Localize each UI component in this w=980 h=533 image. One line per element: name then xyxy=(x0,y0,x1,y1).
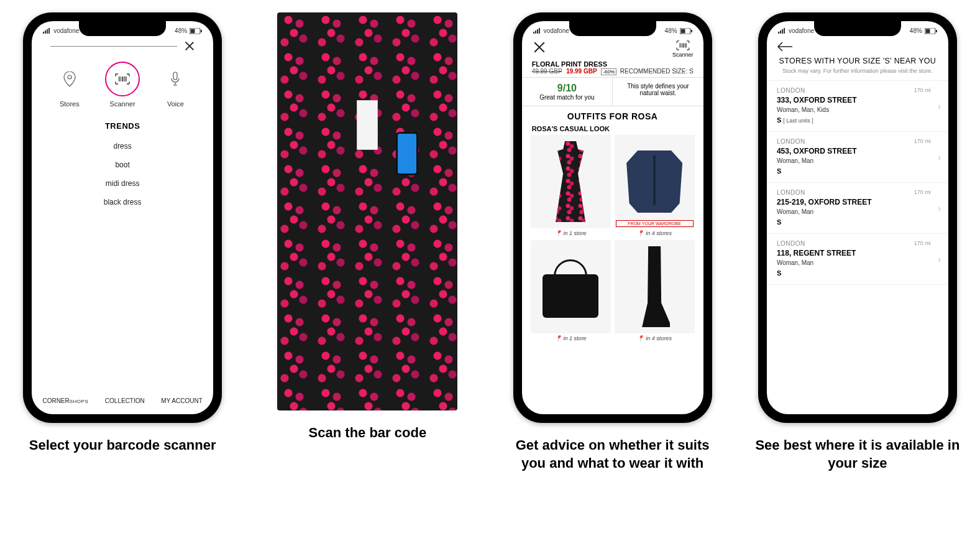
phone-in-hand xyxy=(396,132,418,175)
battery-label: 48% xyxy=(910,27,922,34)
pin-icon: 📍 xyxy=(637,230,644,236)
store-item[interactable]: 170 mi › LONDON 333, OXFORD STREET Woman… xyxy=(767,81,948,132)
fit-text: This style defines your natural waist. xyxy=(613,78,703,106)
battery-icon xyxy=(190,28,202,34)
col-3: vodafone UK 48% xyxy=(497,12,729,472)
battery-label: 48% xyxy=(665,27,677,34)
scanner-button[interactable]: Scanner xyxy=(105,62,140,108)
close-icon[interactable] xyxy=(532,40,546,54)
store-item[interactable]: 170 mi › LONDON 215-219, OXFORD STREET W… xyxy=(767,183,948,234)
phone-frame-1: vodafone UK 48% xyxy=(23,12,222,423)
bottom-nav: CORNERSHOPS COLLECTION MY ACCOUNT xyxy=(32,389,213,414)
col-1: vodafone UK 48% xyxy=(6,12,239,455)
phone-frame-4: vodafone UK 48% STORES WITH YOUR SIZE 'S… xyxy=(758,12,957,423)
outfit-card-jacket[interactable]: FROM YOUR WARDROBE 📍in 4 stores xyxy=(615,135,695,236)
pin-icon: 📍 xyxy=(555,335,562,341)
outfit-grid: 📍in 1 store FROM YOUR WARDROBE 📍in 4 sto… xyxy=(522,135,703,341)
svg-rect-25 xyxy=(778,32,779,34)
nav-corner-label: CORNER xyxy=(42,397,69,404)
svg-rect-21 xyxy=(681,43,682,47)
svg-rect-3 xyxy=(48,28,50,34)
store-count: in 4 stores xyxy=(646,230,672,236)
caption-2: Scan the bar code xyxy=(309,424,427,442)
svg-rect-31 xyxy=(936,30,937,32)
old-price: 49.99 GBP xyxy=(532,68,562,75)
svg-rect-0 xyxy=(43,32,44,34)
outfit-card-bag[interactable]: 📍in 1 store xyxy=(531,240,611,341)
voice-button[interactable]: Voice xyxy=(158,62,193,108)
store-size: S xyxy=(777,218,781,226)
store-distance: 170 mi xyxy=(914,189,931,195)
scanner-shortcut-label: Scanner xyxy=(672,52,694,58)
recommended-size: RECOMMENDED SIZE: S xyxy=(620,68,694,75)
svg-rect-14 xyxy=(535,30,536,34)
stores-button[interactable]: Stores xyxy=(52,62,87,108)
screen-1: vodafone UK 48% xyxy=(32,21,213,414)
store-item[interactable]: 170 mi › LONDON 118, REGENT STREET Woman… xyxy=(767,234,948,285)
dress-image xyxy=(552,141,589,222)
store-count: in 1 store xyxy=(564,230,587,236)
product-price: 49.99 GBP 19.99 GBP -60% xyxy=(532,68,616,75)
chevron-right-icon: › xyxy=(938,203,941,213)
look-title: ROSA'S CASUAL LOOK xyxy=(522,124,703,135)
store-distance: 170 mi xyxy=(914,240,931,246)
chevron-right-icon: › xyxy=(938,101,941,111)
col-2: Scan the bar code xyxy=(251,12,483,442)
nav-corner[interactable]: CORNERSHOPS xyxy=(42,397,88,404)
pin-icon: 📍 xyxy=(555,230,562,236)
back-arrow-icon xyxy=(777,42,793,52)
store-size: S xyxy=(777,167,781,175)
pin-icon xyxy=(63,72,76,86)
trend-item[interactable]: dress xyxy=(32,137,213,155)
trend-item[interactable]: boot xyxy=(32,155,213,174)
svg-rect-12 xyxy=(173,72,177,80)
back-button[interactable] xyxy=(767,37,948,53)
trend-item[interactable]: black dress xyxy=(32,193,213,211)
search-underline[interactable] xyxy=(50,46,177,47)
phone-notch xyxy=(569,20,656,36)
svg-rect-15 xyxy=(537,29,538,34)
screen-4: vodafone UK 48% STORES WITH YOUR SIZE 'S… xyxy=(767,21,948,414)
svg-rect-6 xyxy=(201,30,202,32)
caption-4: See best where it is available in your s… xyxy=(755,437,960,472)
caption-3: Get advice on whether it suits you and w… xyxy=(510,437,715,472)
svg-rect-16 xyxy=(539,28,540,34)
barcode-icon xyxy=(676,40,690,50)
scanner-shortcut[interactable]: Scanner xyxy=(672,40,694,58)
svg-rect-7 xyxy=(119,76,120,81)
battery-icon xyxy=(680,28,692,34)
match-row: 9/10 Great match for you This style defi… xyxy=(522,78,703,106)
signal-icon xyxy=(533,28,542,34)
nav-account[interactable]: MY ACCOUNT xyxy=(161,397,203,404)
store-categories: Woman, Man xyxy=(777,259,938,266)
store-address: 118, REGENT STREET xyxy=(777,249,938,257)
price-tag xyxy=(357,100,378,150)
store-size: S xyxy=(777,116,781,124)
store-count: in 4 stores xyxy=(646,335,672,341)
outfit-card-dress[interactable]: 📍in 1 store xyxy=(531,135,611,236)
phone-notch xyxy=(814,20,901,36)
store-size: S xyxy=(777,269,781,277)
barcode-icon xyxy=(115,73,130,85)
store-address: 453, OXFORD STREET xyxy=(777,147,938,155)
svg-rect-11 xyxy=(126,76,127,81)
wardrobe-tag: FROM YOUR WARDROBE xyxy=(616,220,694,227)
signal-icon xyxy=(778,28,787,34)
chevron-right-icon: › xyxy=(938,152,941,162)
new-price: 19.99 GBP xyxy=(566,68,597,75)
svg-rect-18 xyxy=(680,29,685,33)
nav-shops-label: SHOPS xyxy=(70,399,89,404)
stores-title: STORES WITH YOUR SIZE 'S' NEAR YOU xyxy=(767,53,948,68)
store-categories: Woman, Man xyxy=(777,157,938,164)
phone-notch xyxy=(79,20,166,36)
trend-item[interactable]: midi dress xyxy=(32,174,213,193)
store-distance: 170 mi xyxy=(914,138,931,144)
nav-collection[interactable]: COLLECTION xyxy=(105,397,145,404)
store-item[interactable]: 170 mi › LONDON 453, OXFORD STREET Woman… xyxy=(767,132,948,183)
outfit-card-boot[interactable]: 📍in 4 stores xyxy=(615,240,695,341)
product-title: FLORAL PRINT DRESS xyxy=(532,60,616,68)
close-icon[interactable] xyxy=(183,40,195,52)
screen-3: vodafone UK 48% xyxy=(522,21,703,414)
col-4: vodafone UK 48% STORES WITH YOUR SIZE 'S… xyxy=(741,12,974,472)
svg-rect-24 xyxy=(685,43,686,47)
